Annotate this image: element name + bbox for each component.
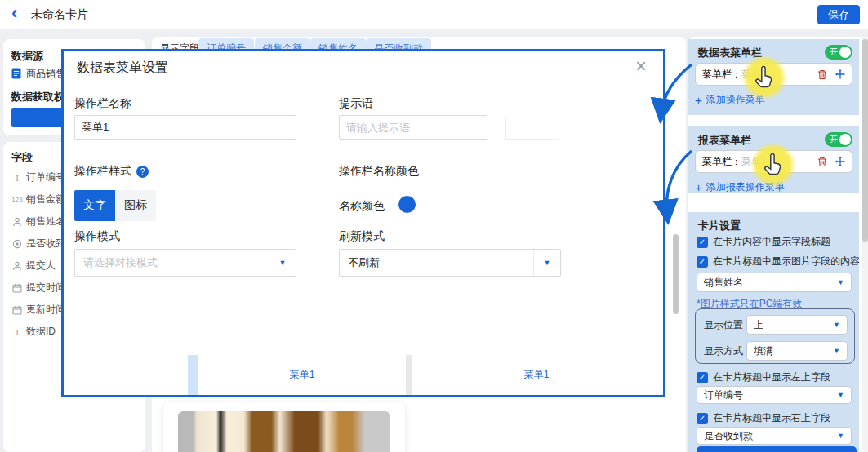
tip-input[interactable] <box>339 115 487 140</box>
toggle-knob <box>839 134 851 145</box>
number-field-icon: 123 <box>8 196 26 203</box>
report-menu-toggle[interactable]: 开 <box>825 132 852 147</box>
field-label: 销售金额 <box>26 193 65 206</box>
caret-down-icon: ▼ <box>833 347 840 355</box>
person-icon <box>8 217 26 227</box>
checkbox-label: 在卡片内容中显示字段标题 <box>713 235 830 249</box>
style-option-text[interactable]: 文字 <box>74 190 115 221</box>
add-table-menu-link[interactable]: + 添加操作菜单 <box>695 93 765 107</box>
move-icon[interactable] <box>835 157 845 166</box>
checkbox-icon: ✓ <box>697 237 708 248</box>
bar-style-label: 操作栏样式 ? <box>74 164 149 179</box>
checkbox-label: 在卡片标题中显示图片字段的内容 <box>713 255 860 268</box>
trash-icon[interactable] <box>817 69 827 80</box>
caret-down-icon: ▼ <box>837 391 844 399</box>
checkbox-icon: ✓ <box>697 413 708 424</box>
top-right-field-select[interactable]: 是否收到款 ▼ <box>697 427 852 445</box>
checkbox-show-image-field[interactable]: ✓ 在卡片标题中显示图片字段的内容 <box>697 255 860 268</box>
menu-row-value: 菜单1 <box>741 68 767 82</box>
save-button[interactable]: 保存 <box>817 5 860 24</box>
name-color-label: 名称颜色 <box>339 199 385 214</box>
topbar: ‹ 未命名卡片 保存 <box>0 0 868 29</box>
radio-icon <box>8 239 26 249</box>
checkbox-icon: ✓ <box>697 256 708 268</box>
table-menu-row[interactable]: 菜单栏：菜单1 <box>695 63 852 86</box>
report-menu-row[interactable]: 菜单栏：菜单1 <box>695 150 852 173</box>
settings-scrollbar-track[interactable] <box>862 37 868 452</box>
help-icon[interactable]: ? <box>136 166 149 178</box>
trash-icon[interactable] <box>817 157 827 167</box>
fit-label: 显示方式 <box>704 344 743 358</box>
checkbox-top-right-field[interactable]: ✓ 在卡片标题中显示右上字段 <box>697 411 830 425</box>
checkbox-top-left-field[interactable]: ✓ 在卡片标题中显示左上字段 <box>697 370 830 384</box>
menu-row-value: 菜单1 <box>741 155 767 169</box>
section-divider <box>688 206 859 206</box>
document-icon <box>11 68 21 79</box>
menu-row-label: 菜单栏： <box>702 155 741 169</box>
select-value: 不刷新 <box>340 255 380 270</box>
plus-icon: + <box>695 94 702 106</box>
modal-title: 数据表菜单设置 <box>77 60 168 77</box>
mode-select[interactable]: 请选择对接模式 ▼ <box>74 249 296 277</box>
clipped-blue-button[interactable] <box>697 446 857 452</box>
menu-preview-separator <box>406 355 412 395</box>
color-swatch[interactable] <box>398 196 416 213</box>
data-card <box>163 402 405 452</box>
menu-preview-button[interactable]: 菜单1 <box>198 355 406 395</box>
add-report-menu-label: 添加报表操作菜单 <box>706 180 785 194</box>
image-field-select[interactable]: 销售姓名 ▼ <box>697 273 852 292</box>
field-label: 更新时间 <box>26 303 65 317</box>
bar-style-text: 操作栏样式 <box>74 164 131 179</box>
position-label: 显示位置 <box>704 318 743 332</box>
caret-down-icon: ▼ <box>269 250 296 276</box>
extra-input[interactable] <box>505 117 559 140</box>
checkbox-icon: ✓ <box>697 372 708 383</box>
card-settings-title: 卡片设置 <box>698 219 741 233</box>
select-value: 销售姓名 <box>704 276 743 290</box>
table-menu-toggle[interactable]: 开 <box>825 45 852 60</box>
plus-icon: + <box>695 181 702 193</box>
canvas-scrollbar-thumb[interactable] <box>673 234 679 314</box>
back-icon[interactable]: ‹ <box>11 2 17 24</box>
mode-label: 操作模式 <box>74 229 120 244</box>
style-option-icon[interactable]: 图标 <box>115 190 156 221</box>
menu-name-input[interactable] <box>74 115 296 140</box>
select-value: 填满 <box>754 344 773 358</box>
close-icon[interactable]: × <box>635 55 647 78</box>
top-left-field-select[interactable]: 订单编号 ▼ <box>697 386 852 404</box>
field-label: 订单编号 <box>26 171 65 184</box>
checkbox-label: 在卡片标题中显示右上字段 <box>713 411 830 425</box>
calendar-icon <box>8 283 26 293</box>
menu-preview-strip <box>188 355 198 395</box>
move-icon[interactable] <box>835 69 845 79</box>
toggle-on-label: 开 <box>830 134 838 145</box>
caret-down-icon: ▼ <box>533 250 560 276</box>
report-menu-title: 报表菜单栏 <box>698 133 751 148</box>
field-label: 销售姓名 <box>26 215 65 228</box>
page-title: 未命名卡片 <box>31 7 88 24</box>
position-select[interactable]: 上 ▼ <box>746 315 848 335</box>
tip-label: 提示语 <box>339 96 373 111</box>
field-label: 提交时间 <box>26 281 65 295</box>
datasource-item-label: 商品销售 <box>26 67 65 81</box>
menu-row-label: 菜单栏： <box>702 68 741 82</box>
select-placeholder: 请选择对接模式 <box>75 255 158 270</box>
caret-down-icon: ▼ <box>837 278 844 286</box>
select-value: 上 <box>754 318 763 332</box>
text-field-icon: I <box>8 327 26 337</box>
settings-scrollbar-thumb[interactable] <box>862 39 868 242</box>
text-field-icon: I <box>8 173 26 183</box>
menu-name-label: 操作栏名称 <box>74 96 131 111</box>
menu-preview-button[interactable]: 菜单1 <box>412 355 661 395</box>
add-table-menu-label: 添加操作菜单 <box>706 93 765 107</box>
checkbox-show-field-titles[interactable]: ✓ 在卡片内容中显示字段标题 <box>697 235 830 249</box>
field-label: 数据ID <box>26 325 56 339</box>
table-menu-title: 数据表菜单栏 <box>698 46 762 60</box>
select-value: 是否收到款 <box>704 429 753 443</box>
add-report-menu-link[interactable]: + 添加报表操作菜单 <box>695 180 785 194</box>
toggle-knob <box>839 47 851 58</box>
refresh-select[interactable]: 不刷新 ▼ <box>339 249 561 277</box>
fit-select[interactable]: 填满 ▼ <box>746 341 848 361</box>
person-icon <box>8 261 26 271</box>
caret-down-icon: ▼ <box>837 432 844 440</box>
